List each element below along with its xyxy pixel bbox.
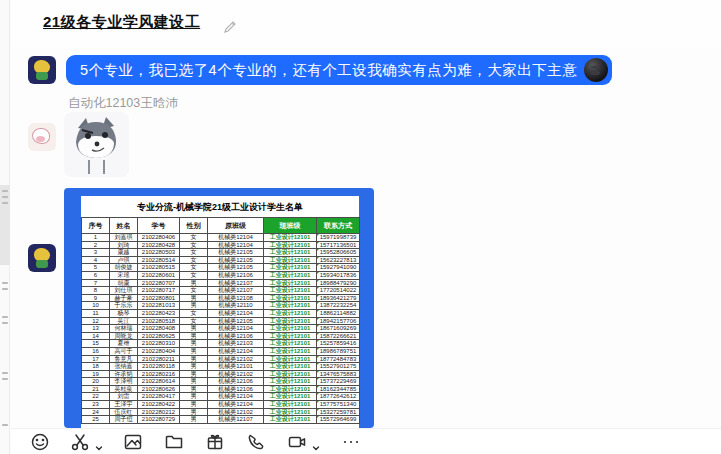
table-cell: 工业设计12101	[264, 302, 317, 310]
table-row: 18张纳嘉2102280118男机械类12101工业设计121011552790…	[82, 363, 360, 371]
table-cell: 工业设计12101	[264, 271, 317, 279]
table-cell: 机械类12104	[208, 401, 264, 409]
table-cell: 2102280422	[138, 401, 180, 409]
table-row: 17鲁意凡2102280211男机械类12102工业设计121011877248…	[82, 355, 360, 363]
table-cell: 2102280601	[138, 271, 180, 279]
table-row: 7胡康2102280707男机械类12107工业设计12101189884792…	[82, 279, 360, 287]
table-cell: 工业设计12101	[264, 347, 317, 355]
table-cell: 胡俊婕	[110, 264, 138, 272]
emoji-icon[interactable]	[30, 432, 50, 452]
folder-icon[interactable]	[164, 432, 184, 452]
table-cell: 2102280729	[138, 416, 180, 424]
table-cell: 男	[180, 363, 208, 371]
table-cell: 18772642612	[317, 393, 360, 401]
table-cell: 机械类12108	[208, 294, 264, 302]
roster-image-message[interactable]: 专业分流-机械学院21级工业设计学生名单 序号姓名学号性别原班级现班级联系方式1…	[64, 188, 374, 428]
roster-sheet: 专业分流-机械学院21级工业设计学生名单 序号姓名学号性别原班级现班级联系方式1…	[81, 196, 359, 428]
table-cell: 2102280423	[138, 309, 180, 317]
table-cell: 18986789751	[317, 347, 360, 355]
table-cell: 王泽宇	[110, 401, 138, 409]
table-cell: 康越	[110, 249, 138, 257]
table-cell: 工业设计12101	[264, 332, 317, 340]
table-cell: 周子恒	[110, 416, 138, 424]
table-cell: 男	[180, 340, 208, 348]
table-row: 1刘嘉琪2102280406女机械类12104工业设计1210115971998…	[82, 234, 360, 242]
table-row: 20李泽明2102280614男机械类12106工业设计121011573722…	[82, 378, 360, 386]
table-cell: 工业设计12101	[264, 241, 317, 249]
table-cell: 15327259781	[317, 408, 360, 416]
table-cell: 工业设计12101	[264, 393, 317, 401]
message-text: 5个专业，我已选了4个专业的，还有个工设我确实有点为难，大家出下主意	[80, 62, 577, 78]
scissors-chevron-down-icon[interactable]	[95, 438, 103, 446]
table-cell: 13	[82, 325, 110, 333]
table-cell: 2102280518	[138, 317, 180, 325]
table-cell: 男	[180, 401, 208, 409]
gift-box-icon[interactable]	[205, 432, 225, 452]
table-cell: 女	[180, 271, 208, 279]
husky-dog-sticker[interactable]	[64, 112, 129, 177]
table-cell: 2102280625	[138, 332, 180, 340]
table-row: 5胡俊婕2102280515女机械类12105工业设计1210115927941…	[82, 264, 360, 272]
table-cell: 9	[82, 294, 110, 302]
table-cell: 男	[180, 370, 208, 378]
avatar-wanghanpei[interactable]	[28, 123, 56, 151]
table-cell: 女	[180, 317, 208, 325]
table-cell: 25	[82, 416, 110, 424]
more-icon[interactable]	[341, 432, 361, 452]
table-cell: 机械类12104	[208, 325, 264, 333]
table-row: 12吴江2102280518女机械类12105工业设计1210118942157…	[82, 317, 360, 325]
table-cell: 刘嘉琪	[110, 234, 138, 242]
table-cell: 伍庆红	[110, 408, 138, 416]
table-cell: 机械类12102	[208, 355, 264, 363]
video-call-icon[interactable]	[287, 432, 307, 452]
table-cell: 男	[180, 302, 208, 310]
roster-header-cell: 序号	[82, 218, 110, 234]
sent-message-bubble[interactable]: 5个专业，我已选了4个专业的，还有个工设我确实有点为难，大家出下主意	[66, 55, 612, 85]
table-cell: 工业设计12101	[264, 317, 317, 325]
table-cell: 机械类12106	[208, 271, 264, 279]
table-cell: 2102280717	[138, 287, 180, 295]
chat-window: 21级各专业学风建设工 5个专业，我已选了4个专业的，还有个工设我确实有点为难，…	[0, 0, 721, 454]
table-cell: 机械类12107	[208, 416, 264, 424]
dark-face-emoji	[584, 58, 608, 82]
table-cell: 18	[82, 363, 110, 371]
table-cell: 22	[82, 393, 110, 401]
table-cell: 女	[180, 287, 208, 295]
voice-call-icon[interactable]	[246, 432, 266, 452]
table-cell: 卢琪	[110, 256, 138, 264]
table-row: 2刘琦2102280428女机械类12104工业设计12101157171365…	[82, 241, 360, 249]
table-row: 19许承韬2102280216男机械类12102工业设计121011347657…	[82, 370, 360, 378]
table-cell: 14	[82, 332, 110, 340]
group-title[interactable]: 21级各专业学风建设工	[43, 13, 200, 32]
table-cell: 2102280626	[138, 385, 180, 393]
image-icon[interactable]	[123, 432, 143, 452]
table-cell: 20	[82, 378, 110, 386]
table-cell: 工业设计12101	[264, 401, 317, 409]
table-cell: 4	[82, 256, 110, 264]
screenshot-scissors-icon[interactable]	[70, 432, 90, 452]
table-cell: 5	[82, 264, 110, 272]
table-cell: 男	[180, 279, 208, 287]
table-row: 9赫子豪2102280801男机械类12108工业设计1210118936421…	[82, 294, 360, 302]
table-cell: 机械类12102	[208, 370, 264, 378]
table-cell: 2102281013	[138, 302, 180, 310]
avatar-self[interactable]	[28, 56, 56, 84]
table-cell: 23	[82, 401, 110, 409]
table-cell: 胡康	[110, 279, 138, 287]
table-cell: 工业设计12101	[264, 264, 317, 272]
table-cell: 2102280211	[138, 355, 180, 363]
table-cell: 2102280118	[138, 363, 180, 371]
table-cell: 工业设计12101	[264, 378, 317, 386]
table-row: 23王泽宇2102280422男机械类12104工业设计121011577575…	[82, 401, 360, 409]
video-chevron-down-icon[interactable]	[312, 438, 320, 446]
table-row: 15夏维2102280310男机械类12103工业设计1210115257859…	[82, 340, 360, 348]
edit-title-pencil-icon[interactable]	[223, 20, 237, 34]
table-cell: 机械类12107	[208, 287, 264, 295]
table-row: 16高可于2102280404男机械类12104工业设计121011898678…	[82, 347, 360, 355]
table-cell: 机械类12102	[208, 408, 264, 416]
table-cell: 机械类12106	[208, 385, 264, 393]
table-cell: 15872266621	[317, 332, 360, 340]
avatar-self[interactable]	[28, 244, 56, 272]
table-cell: 18772484783	[317, 355, 360, 363]
table-row: 4卢琪2102280514女机械类12105工业设计12101156232278…	[82, 256, 360, 264]
